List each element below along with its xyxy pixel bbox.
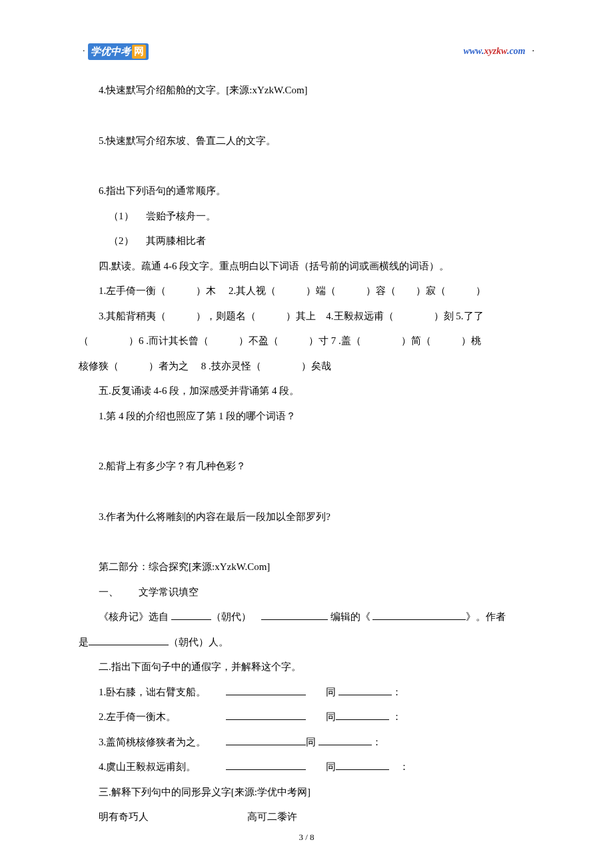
text-segment: ： bbox=[392, 687, 402, 697]
section-4-line-2: 3.其船背稍夷（ ），则题名（ ）其上 4.王毅叔远甫（ ）刻 5.了了 bbox=[79, 304, 534, 329]
text-segment: 同 bbox=[306, 687, 338, 697]
blank-field[interactable] bbox=[226, 735, 306, 745]
url-com: .com bbox=[507, 46, 526, 56]
blank-field[interactable] bbox=[336, 710, 389, 720]
part-2-s2-item-4: 4.虞山王毅叔远甫刻。 同 ： bbox=[79, 755, 534, 780]
part-2-section-1: 一、 文学常识填空 bbox=[79, 580, 534, 605]
section-4-heading: 四.默读。疏通 4-6 段文字。重点明白以下词语（括号前的词或画横线的词语）。 bbox=[79, 254, 534, 279]
text-segment: 同 bbox=[306, 711, 336, 722]
blank-field[interactable] bbox=[226, 685, 306, 695]
text-segment: （朝代） bbox=[211, 611, 261, 622]
logo-dot: · bbox=[83, 46, 85, 57]
url-www: www. bbox=[463, 46, 484, 56]
section-5-q1: 1.第 4 段的介绍也照应了第 1 段的哪个词语？ bbox=[79, 404, 534, 429]
section-5-q2: 2.船背上有多少字？有几种色彩？ bbox=[79, 454, 534, 479]
part-2-section-2: 二.指出下面句子中的通假字，并解释这个字。 bbox=[79, 655, 534, 680]
text-segment: 编辑的《 bbox=[328, 611, 373, 622]
blank-field[interactable] bbox=[372, 610, 466, 620]
text-segment: 4.虞山王毅叔远甫刻。 bbox=[99, 761, 226, 772]
question-6: 6.指出下列语句的通常顺序。 bbox=[79, 179, 534, 204]
part-2-s1-fill-line-2: 是（朝代）人。 bbox=[79, 630, 534, 655]
question-6-1: （1） 尝贻予核舟一。 bbox=[79, 204, 534, 229]
page-header: · 学优中考 网 www.xyzkw.com· bbox=[0, 0, 613, 59]
blank-field[interactable] bbox=[318, 735, 372, 745]
text-segment: 2.左手倚一衡木。 bbox=[99, 711, 226, 722]
blank-field[interactable] bbox=[171, 610, 211, 620]
blank-field[interactable] bbox=[338, 685, 392, 695]
blank-field[interactable] bbox=[336, 760, 389, 770]
section-5-q3: 3.作者为什么将雕刻的内容在最后一段加以全部罗列? bbox=[79, 505, 534, 530]
logo-main: 学优中考 网 bbox=[88, 43, 149, 60]
page-number: 3 / 8 bbox=[0, 832, 613, 843]
text-segment-left: 明有奇巧人 bbox=[99, 811, 149, 822]
section-4-line-4: 核修狭（ ）者为之 8 .技亦灵怪（ ）矣哉 bbox=[79, 354, 534, 379]
total-pages: 8 bbox=[310, 832, 314, 842]
spacer bbox=[79, 153, 534, 179]
part-2-s2-item-1: 1.卧右膝，诎右臂支船。 同 ： bbox=[79, 680, 534, 705]
text-segment: 1.卧右膝，诎右臂支船。 bbox=[99, 687, 226, 697]
website-url: www.xyzkw.com· bbox=[463, 46, 534, 57]
url-domain: xyzkw bbox=[484, 46, 506, 56]
question-4: 4.快速默写介绍船舱的文字。[来源:xYzkW.Com] bbox=[79, 78, 534, 103]
spacer bbox=[79, 103, 534, 129]
spacer bbox=[79, 429, 534, 454]
text-segment: 同 bbox=[306, 761, 336, 772]
text-segment: 《核舟记》选自 bbox=[99, 611, 171, 622]
part-2-s2-item-2: 2.左手倚一衡木。 同 ： bbox=[79, 705, 534, 730]
url-end-dot: · bbox=[532, 46, 535, 56]
spacer bbox=[79, 479, 534, 505]
part-2-heading: 第二部分：综合探究[来源:xYzkW.Com] bbox=[79, 555, 534, 580]
blank-field[interactable] bbox=[261, 610, 328, 620]
part-2-s3-line: 明有奇巧人高可二黍许 bbox=[79, 805, 534, 830]
section-4-line-3: （ ）6 .而计其长曾（ ）不盈（ ）寸 7 .盖（ ）简（ ）桃 bbox=[79, 329, 534, 354]
part-2-section-3: 三.解释下列句中的同形异义字[来源:学优中考网] bbox=[79, 780, 534, 805]
logo-suffix: 网 bbox=[132, 45, 146, 59]
part-2-s2-item-3: 3.盖简桃核修狭者为之。 同 ： bbox=[79, 730, 534, 755]
document-content: 4.快速默写介绍船舱的文字。[来源:xYzkW.Com] 5.快速默写介绍东坡、… bbox=[0, 59, 613, 830]
part-2-s1-fill-line-1: 《核舟记》选自 （朝代） 编辑的《 》。作者 bbox=[79, 605, 534, 630]
logo-badge: · 学优中考 网 bbox=[83, 43, 149, 59]
text-segment: （朝代）人。 bbox=[169, 637, 229, 647]
spacer bbox=[79, 529, 534, 555]
text-segment-right: 高可二黍许 bbox=[247, 811, 297, 822]
text-segment: 》。作者 bbox=[466, 611, 506, 622]
section-4-line-1: 1.左手倚一衡（ ）木 2.其人视（ ）端（ ）容（ ）寂（ ） bbox=[79, 279, 534, 304]
blank-field[interactable] bbox=[226, 710, 306, 720]
question-5: 5.快速默写介绍东坡、鲁直二人的文字。 bbox=[79, 129, 534, 154]
text-segment: 是 bbox=[79, 637, 89, 647]
blank-field[interactable] bbox=[226, 760, 306, 770]
section-5-heading: 五.反复诵读 4-6 段，加深感受并背诵第 4 段。 bbox=[79, 379, 534, 404]
page-separator: / bbox=[303, 832, 310, 842]
text-segment: ： bbox=[372, 737, 382, 747]
logo-text: 学优中考 bbox=[91, 45, 131, 58]
blank-field[interactable] bbox=[89, 635, 169, 645]
text-segment: ： bbox=[389, 711, 402, 722]
question-6-2: （2） 其两膝相比者 bbox=[79, 229, 534, 254]
text-segment: 3.盖简桃核修狭者为之。 bbox=[99, 737, 226, 747]
text-segment: 同 bbox=[306, 737, 318, 747]
text-segment: ： bbox=[389, 761, 409, 772]
